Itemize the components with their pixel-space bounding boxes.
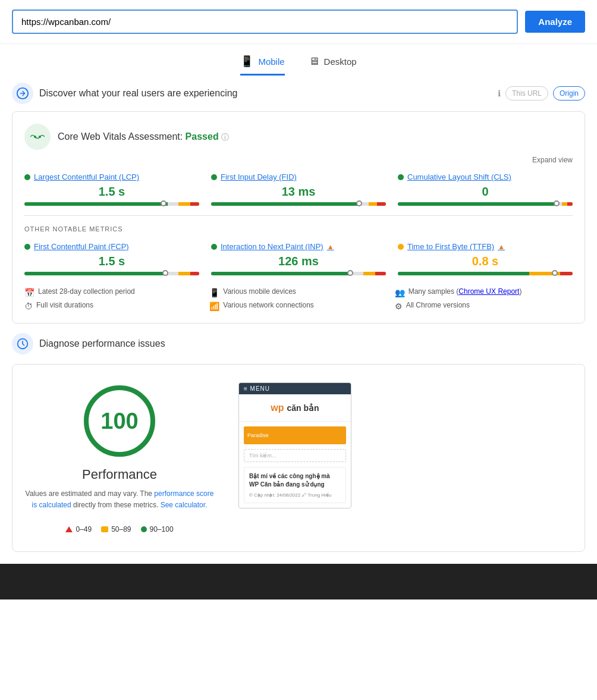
metric-fcp: First Contentful Paint (FCP) 1.5 s [24,242,199,275]
footer-col1: 📅 Latest 28-day collection period ⏱ Full… [24,287,202,311]
discover-left: Discover what your real users are experi… [12,83,237,104]
screenshot-preview-wrap: ≡ MENU wp căn bản Paradise Tìm kiếm... B… [238,382,573,508]
tab-mobile-label: Mobile [258,56,284,67]
inp-bar [211,272,386,275]
legend-poor: 0–49 [65,525,92,533]
inp-value: 126 ms [211,255,386,268]
preview-menu-bar: ≡ MENU [239,383,351,394]
mobile-info-icon: 📱 [209,288,219,297]
see-calculator-link[interactable]: See calculator. [161,501,208,509]
legend-needs-improvement: 50–89 [101,525,131,533]
other-metrics-grid: First Contentful Paint (FCP) 1.5 s Inter… [24,242,573,275]
diagnose-icon [12,333,33,354]
preview-banner: Paradise [244,426,346,444]
discover-header: Discover what your real users are experi… [0,76,597,111]
network-icon: 📶 [209,302,219,311]
cwv-header: Core Web Vitals Assessment: Passed ⓘ [24,124,573,150]
preview-article-title: Bật mí về các công nghệ mà WP Căn bản đa… [249,472,341,489]
svg-point-1 [34,136,36,138]
screenshot-preview: ≡ MENU wp căn bản Paradise Tìm kiếm... B… [238,382,351,508]
metric-inp: Interaction to Next Paint (INP) ▲ 126 ms [211,242,386,275]
preview-article: Bật mí về các công nghệ mà WP Căn bản đa… [244,467,346,503]
desktop-icon: 🖥 [309,55,319,68]
mobile-devices-info: 📱 Various mobile devices [209,287,387,297]
score-legend: 0–49 50–89 90–100 [65,525,173,533]
metric-lcp: Largest Contentful Paint (LCP) 1.5 s [24,172,199,206]
cls-dot [398,174,404,180]
legend-poor-icon [65,526,73,532]
diagnose-header: Diagnose performance issues [0,324,597,364]
network-info: 📶 Various network connections [209,301,387,311]
ttfb-dot [398,244,404,250]
fid-bar [211,202,386,206]
users-icon: 👥 [395,288,405,297]
fcp-bar [24,272,199,275]
legend-good: 90–100 [141,525,174,533]
preview-banner-text: Paradise [247,432,269,438]
diagnose-title: Diagnose performance issues [39,338,165,349]
performance-label: Performance [82,467,157,482]
bottom-bar [0,564,597,599]
legend-green-icon [141,526,147,532]
discover-icon [12,83,33,104]
lcp-bar [24,202,199,206]
cwv-assessment-title: Core Web Vitals Assessment: Passed ⓘ [58,131,229,143]
fcp-dot [24,244,30,250]
discover-right: ℹ This URL Origin [498,86,585,101]
timer-icon: ⏱ [24,302,33,311]
origin-button[interactable]: Origin [553,86,585,101]
expand-view-button[interactable]: Expand view [24,156,573,164]
metric-cls: Cumulative Layout Shift (CLS) 0 [398,172,573,206]
preview-logo-area: wp căn bản [239,394,351,422]
ttfb-badge: ▲ [498,243,505,251]
lcp-value: 1.5 s [24,185,199,199]
cls-value: 0 [398,185,573,199]
analyze-button[interactable]: Analyze [525,11,585,33]
mobile-icon: 📱 [240,55,253,68]
metric-fid: First Input Delay (FID) 13 ms [211,172,386,206]
footer-col3: 👥 Many samples (Chrome UX Report) ⚙ All … [395,287,573,311]
inp-badge: ▲ [327,243,334,251]
footer-col2: 📱 Various mobile devices 📶 Various netwo… [209,287,387,311]
preview-article-meta: © Cập nhật: 24/08/2022 🖊 Trung Hiếu [249,492,341,498]
ttfb-value: 0.8 s [398,255,573,268]
ttfb-bar [398,272,573,275]
cls-bar [398,202,573,206]
score-value: 100 [100,409,138,434]
fid-dot [211,174,217,180]
url-bar: Analyze [0,0,597,44]
metrics-footer-info: 📅 Latest 28-day collection period ⏱ Full… [24,287,573,311]
chrome-versions-info: ⚙ All Chrome versions [395,301,573,311]
tab-desktop-label: Desktop [324,56,357,67]
svg-point-2 [39,136,41,138]
main-metrics-grid: Largest Contentful Paint (LCP) 1.5 s Fir… [24,172,573,206]
inp-dot [211,244,217,250]
preview-logo: wp căn bản [246,401,344,414]
this-url-button[interactable]: This URL [505,86,548,101]
score-circle: 100 [81,382,158,460]
cwv-icon [24,124,51,150]
performance-card: 100 Performance Values are estimated and… [12,364,585,552]
help-icon: ℹ [498,89,501,98]
fcp-value: 1.5 s [24,255,199,268]
calendar-icon: 📅 [24,288,34,297]
core-web-vitals-card: Core Web Vitals Assessment: Passed ⓘ Exp… [12,111,585,324]
samples-info: 👥 Many samples (Chrome UX Report) [395,287,573,297]
chrome-icon: ⚙ [395,302,403,311]
other-metrics-label: OTHER NOTABLE METRICS [24,225,573,233]
perf-description: Values are estimated and may vary. The p… [24,488,215,511]
tabs: 📱 Mobile 🖥 Desktop [0,44,597,76]
fid-value: 13 ms [211,185,386,199]
preview-search-box: Tìm kiếm... [244,449,346,462]
url-input[interactable] [12,10,518,34]
cwv-title-wrap: Core Web Vitals Assessment: Passed ⓘ [24,124,229,150]
chrome-ux-link[interactable]: Chrome UX Report [458,287,519,296]
tab-mobile[interactable]: 📱 Mobile [240,55,284,76]
legend-orange-icon [101,526,108,532]
collection-period-info: 📅 Latest 28-day collection period [24,287,202,297]
discover-title: Discover what your real users are experi… [39,88,237,99]
tab-desktop[interactable]: 🖥 Desktop [309,55,357,76]
lcp-dot [24,174,30,180]
metric-ttfb: Time to First Byte (TTFB) ▲ 0.8 s [398,242,573,275]
full-visit-info: ⏱ Full visit durations [24,301,202,311]
